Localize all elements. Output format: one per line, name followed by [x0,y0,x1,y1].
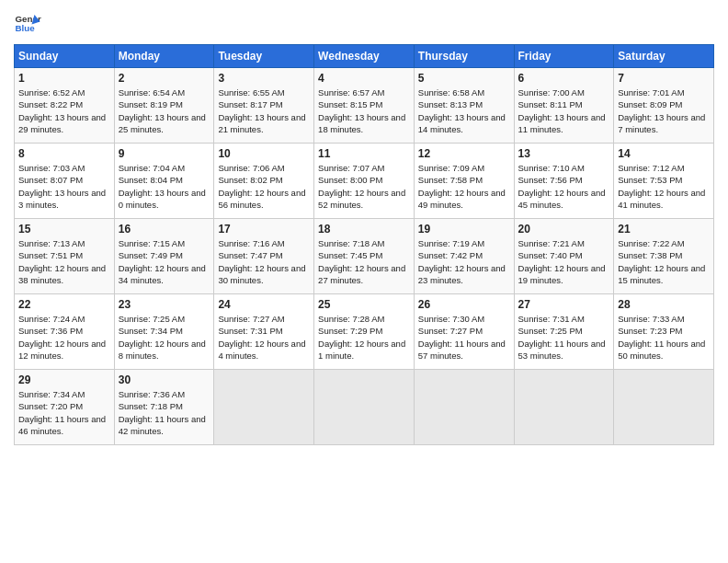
day-detail: Sunrise: 7:03 AMSunset: 8:07 PMDaylight:… [18,162,110,211]
day-detail: Sunrise: 7:36 AMSunset: 7:18 PMDaylight:… [119,388,210,437]
calendar-week-row: 22Sunrise: 7:24 AMSunset: 7:36 PMDayligh… [15,294,714,370]
day-number: 28 [618,298,710,311]
calendar-week-row: 8Sunrise: 7:03 AMSunset: 8:07 PMDaylight… [15,144,714,219]
table-row: 10Sunrise: 7:06 AMSunset: 8:02 PMDayligh… [214,144,314,219]
table-row: 9Sunrise: 7:04 AMSunset: 8:04 PMDaylight… [114,144,214,219]
table-row: 30Sunrise: 7:36 AMSunset: 7:18 PMDayligh… [114,370,214,445]
day-number: 23 [119,298,210,311]
day-detail: Sunrise: 7:06 AMSunset: 8:02 PMDaylight:… [218,162,310,211]
table-row: 7Sunrise: 7:01 AMSunset: 8:09 PMDaylight… [614,68,714,144]
day-number: 26 [418,298,510,311]
day-detail: Sunrise: 7:27 AMSunset: 7:31 PMDaylight:… [218,313,310,362]
day-number: 7 [618,72,710,85]
day-number: 20 [518,223,610,236]
day-number: 1 [18,72,110,85]
day-number: 21 [618,223,710,236]
day-detail: Sunrise: 7:21 AMSunset: 7:40 PMDaylight:… [518,237,610,286]
table-row: 15Sunrise: 7:13 AMSunset: 7:51 PMDayligh… [15,219,115,294]
header-row: Sunday Monday Tuesday Wednesday Thursday… [15,45,714,68]
day-number: 8 [18,147,110,160]
day-number: 11 [318,147,410,160]
table-row [314,370,415,445]
day-detail: Sunrise: 7:00 AMSunset: 8:11 PMDaylight:… [518,86,610,135]
col-sunday: Sunday [15,45,115,68]
table-row [614,370,714,445]
logo: General Blue [14,9,41,37]
table-row: 18Sunrise: 7:18 AMSunset: 7:45 PMDayligh… [314,219,415,294]
day-detail: Sunrise: 7:04 AMSunset: 8:04 PMDaylight:… [119,162,210,211]
table-row: 28Sunrise: 7:33 AMSunset: 7:23 PMDayligh… [614,294,714,370]
day-detail: Sunrise: 7:31 AMSunset: 7:25 PMDaylight:… [518,313,610,362]
col-friday: Friday [514,45,614,68]
day-detail: Sunrise: 7:25 AMSunset: 7:34 PMDaylight:… [119,313,210,362]
day-number: 19 [418,223,510,236]
table-row: 4Sunrise: 6:57 AMSunset: 8:15 PMDaylight… [314,68,415,144]
table-row: 3Sunrise: 6:55 AMSunset: 8:17 PMDaylight… [214,68,314,144]
table-row: 20Sunrise: 7:21 AMSunset: 7:40 PMDayligh… [514,219,614,294]
table-row: 16Sunrise: 7:15 AMSunset: 7:49 PMDayligh… [114,219,214,294]
day-detail: Sunrise: 6:57 AMSunset: 8:15 PMDaylight:… [318,86,410,135]
table-row: 8Sunrise: 7:03 AMSunset: 8:07 PMDaylight… [15,144,115,219]
day-detail: Sunrise: 7:10 AMSunset: 7:56 PMDaylight:… [518,162,610,211]
day-detail: Sunrise: 6:52 AMSunset: 8:22 PMDaylight:… [18,86,110,135]
table-row: 14Sunrise: 7:12 AMSunset: 7:53 PMDayligh… [614,144,714,219]
day-number: 25 [318,298,410,311]
calendar-week-row: 1Sunrise: 6:52 AMSunset: 8:22 PMDaylight… [15,68,714,144]
day-detail: Sunrise: 6:54 AMSunset: 8:19 PMDaylight:… [119,86,210,135]
day-detail: Sunrise: 7:28 AMSunset: 7:29 PMDaylight:… [318,313,410,362]
day-detail: Sunrise: 7:30 AMSunset: 7:27 PMDaylight:… [418,313,510,362]
day-number: 15 [18,223,110,236]
table-row: 6Sunrise: 7:00 AMSunset: 8:11 PMDaylight… [514,68,614,144]
table-row: 22Sunrise: 7:24 AMSunset: 7:36 PMDayligh… [15,294,115,370]
table-row: 12Sunrise: 7:09 AMSunset: 7:58 PMDayligh… [414,144,514,219]
day-number: 18 [318,223,410,236]
day-number: 24 [218,298,310,311]
day-detail: Sunrise: 7:22 AMSunset: 7:38 PMDaylight:… [618,237,710,286]
table-row: 26Sunrise: 7:30 AMSunset: 7:27 PMDayligh… [414,294,514,370]
table-row: 5Sunrise: 6:58 AMSunset: 8:13 PMDaylight… [414,68,514,144]
day-number: 16 [119,223,210,236]
day-detail: Sunrise: 7:01 AMSunset: 8:09 PMDaylight:… [618,86,710,135]
table-row: 2Sunrise: 6:54 AMSunset: 8:19 PMDaylight… [114,68,214,144]
day-detail: Sunrise: 7:15 AMSunset: 7:49 PMDaylight:… [119,237,210,286]
day-number: 10 [218,147,310,160]
day-detail: Sunrise: 7:07 AMSunset: 8:00 PMDaylight:… [318,162,410,211]
day-number: 12 [418,147,510,160]
table-row: 29Sunrise: 7:34 AMSunset: 7:20 PMDayligh… [15,370,115,445]
day-number: 2 [119,72,210,85]
table-row: 19Sunrise: 7:19 AMSunset: 7:42 PMDayligh… [414,219,514,294]
day-detail: Sunrise: 7:13 AMSunset: 7:51 PMDaylight:… [18,237,110,286]
table-row: 27Sunrise: 7:31 AMSunset: 7:25 PMDayligh… [514,294,614,370]
day-detail: Sunrise: 7:33 AMSunset: 7:23 PMDaylight:… [618,313,710,362]
table-row: 11Sunrise: 7:07 AMSunset: 8:00 PMDayligh… [314,144,415,219]
table-row: 13Sunrise: 7:10 AMSunset: 7:56 PMDayligh… [514,144,614,219]
day-number: 17 [218,223,310,236]
day-detail: Sunrise: 7:09 AMSunset: 7:58 PMDaylight:… [418,162,510,211]
day-detail: Sunrise: 7:24 AMSunset: 7:36 PMDaylight:… [18,313,110,362]
day-number: 13 [518,147,610,160]
page-header: General Blue [14,9,714,37]
col-wednesday: Wednesday [314,45,415,68]
col-tuesday: Tuesday [214,45,314,68]
day-detail: Sunrise: 7:12 AMSunset: 7:53 PMDaylight:… [618,162,710,211]
day-detail: Sunrise: 6:55 AMSunset: 8:17 PMDaylight:… [218,86,310,135]
day-number: 9 [119,147,210,160]
day-number: 14 [618,147,710,160]
table-row: 1Sunrise: 6:52 AMSunset: 8:22 PMDaylight… [15,68,115,144]
day-number: 5 [418,72,510,85]
svg-text:Blue: Blue [16,23,36,33]
day-number: 4 [318,72,410,85]
day-detail: Sunrise: 7:19 AMSunset: 7:42 PMDaylight:… [418,237,510,286]
table-row: 17Sunrise: 7:16 AMSunset: 7:47 PMDayligh… [214,219,314,294]
col-thursday: Thursday [414,45,514,68]
col-monday: Monday [114,45,214,68]
day-detail: Sunrise: 7:18 AMSunset: 7:45 PMDaylight:… [318,237,410,286]
table-row: 25Sunrise: 7:28 AMSunset: 7:29 PMDayligh… [314,294,415,370]
col-saturday: Saturday [614,45,714,68]
day-detail: Sunrise: 6:58 AMSunset: 8:13 PMDaylight:… [418,86,510,135]
day-number: 27 [518,298,610,311]
table-row: 21Sunrise: 7:22 AMSunset: 7:38 PMDayligh… [614,219,714,294]
logo-icon: General Blue [14,9,41,37]
calendar-week-row: 29Sunrise: 7:34 AMSunset: 7:20 PMDayligh… [15,370,714,445]
day-number: 3 [218,72,310,85]
